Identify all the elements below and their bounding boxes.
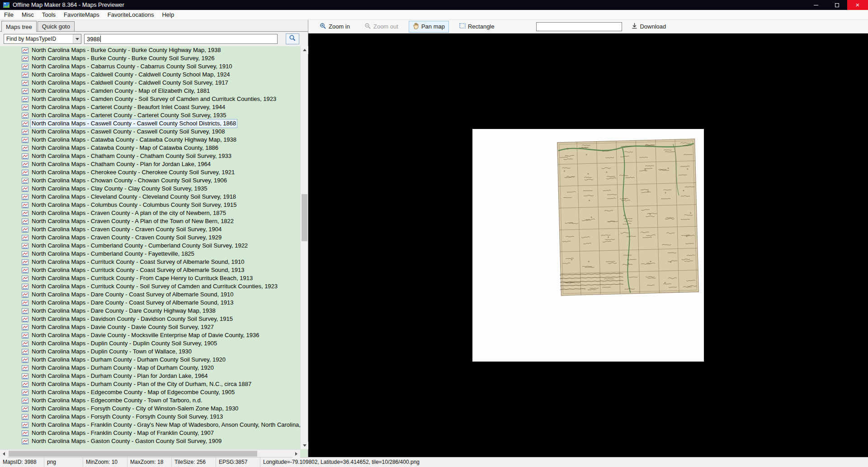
map-item-icon [22, 121, 28, 127]
zoom-in-button[interactable]: Zoom in [316, 21, 354, 33]
tree-item-label: North Carolina Maps - Duplin County - Du… [31, 339, 218, 348]
scroll-right-icon[interactable] [292, 450, 300, 457]
tree-item[interactable]: North Carolina Maps - Carteret County - … [0, 103, 300, 111]
tree-item[interactable]: North Carolina Maps - Duplin County - To… [0, 348, 300, 356]
find-by-combo[interactable]: Find by MapsTypeID [4, 34, 81, 44]
tree-item[interactable]: North Carolina Maps - Durham County - Pl… [0, 380, 300, 388]
tree-item[interactable]: North Carolina Maps - Craven County - A … [0, 209, 300, 217]
scroll-left-icon[interactable] [0, 450, 8, 457]
zoom-out-button[interactable]: Zoom out [360, 21, 402, 33]
tab-quick-goto[interactable]: Quick goto [38, 21, 75, 31]
tree-item[interactable]: North Carolina Maps - Caldwell County - … [0, 79, 300, 87]
tree-item[interactable]: North Carolina Maps - Catawba County - M… [0, 144, 300, 152]
close-button[interactable]: × [847, 0, 868, 10]
map-item-icon [22, 219, 28, 224]
menu-tools[interactable]: Tools [38, 10, 60, 19]
right-panel: Zoom in Zoom out Pan map [308, 20, 868, 457]
tree-item[interactable]: North Carolina Maps - Chatham County - C… [0, 152, 300, 160]
vertical-scroll-thumb[interactable] [302, 194, 307, 241]
map-item-icon [22, 153, 28, 159]
vertical-scrollbar[interactable] [300, 46, 308, 449]
tree-item[interactable]: North Carolina Maps - Davie County - Dav… [0, 323, 300, 331]
tree-item[interactable]: North Carolina Maps - Currituck County -… [0, 282, 300, 291]
tree-item[interactable]: North Carolina Maps - Currituck County -… [0, 274, 300, 282]
map-item-icon [22, 341, 28, 347]
tree-item[interactable]: North Carolina Maps - Franklin County - … [0, 429, 300, 437]
scroll-down-icon[interactable] [301, 442, 308, 449]
tree-item[interactable]: North Carolina Maps - Dare County - Coas… [0, 299, 300, 307]
tree-item-label: North Carolina Maps - Columbus County - … [31, 201, 238, 209]
search-icon [289, 34, 296, 43]
map-item-icon [22, 406, 28, 412]
tree-item[interactable]: North Carolina Maps - Carteret County - … [0, 111, 300, 119]
tree-item[interactable]: North Carolina Maps - Caswell County - C… [0, 119, 300, 128]
tree-item[interactable]: North Carolina Maps - Camden County - Ma… [0, 87, 300, 95]
download-button[interactable]: Download [627, 21, 670, 32]
tree-item[interactable]: North Carolina Maps - Dare County - Coas… [0, 291, 300, 299]
scroll-up-icon[interactable] [301, 46, 308, 54]
map-item-icon [22, 324, 28, 330]
tree-item-label: North Carolina Maps - Edgecombe County -… [31, 388, 236, 396]
tree-item[interactable]: North Carolina Maps - Cleveland County -… [0, 193, 300, 201]
tree-item[interactable]: North Carolina Maps - Durham County - Du… [0, 356, 300, 364]
map-item-icon [22, 251, 28, 257]
menu-file[interactable]: File [0, 10, 18, 19]
search-row: Find by MapsTypeID 3988 [0, 32, 308, 46]
chevron-down-icon[interactable] [73, 34, 81, 43]
menu-favoritemaps[interactable]: FavoriteMaps [60, 10, 104, 19]
toolbar-text-input[interactable] [536, 22, 622, 31]
tree-item[interactable]: North Carolina Maps - Dare County - Dare… [0, 307, 300, 315]
tree-item-label: North Carolina Maps - Chatham County - P… [31, 160, 212, 168]
tree-item[interactable]: North Carolina Maps - Cumberland County … [0, 242, 300, 250]
search-input[interactable]: 3988 [84, 34, 278, 44]
tree-item[interactable]: North Carolina Maps - Cabarrus County - … [0, 62, 300, 71]
tree-item[interactable]: North Carolina Maps - Catawba County - C… [0, 136, 300, 144]
menu-help[interactable]: Help [158, 10, 178, 19]
rectangle-button[interactable]: Rectangle [455, 21, 499, 32]
tree-item[interactable]: North Carolina Maps - Forsyth County - F… [0, 413, 300, 421]
map-item-icon [22, 202, 28, 208]
tree-item[interactable]: North Carolina Maps - Durham County - Pl… [0, 372, 300, 380]
horizontal-scrollbar[interactable] [0, 449, 300, 457]
tree-item[interactable]: North Carolina Maps - Cumberland County … [0, 250, 300, 258]
tree-item[interactable]: North Carolina Maps - Cherokee County - … [0, 168, 300, 176]
tree-item[interactable]: North Carolina Maps - Davie County - Moc… [0, 331, 300, 339]
map-item-icon [22, 72, 28, 78]
tree-item[interactable]: North Carolina Maps - Duplin County - Du… [0, 339, 300, 348]
minimize-button[interactable] [806, 0, 826, 10]
maximize-button[interactable] [826, 0, 847, 10]
tree-item[interactable]: North Carolina Maps - Burke County - Bur… [0, 46, 300, 54]
tab-maps-tree[interactable]: Maps tree [1, 21, 37, 32]
tree-item[interactable]: North Carolina Maps - Craven County - Cr… [0, 234, 300, 242]
tree-item[interactable]: North Carolina Maps - Franklin County - … [0, 421, 300, 429]
tree-item[interactable]: North Carolina Maps - Currituck County -… [0, 258, 300, 266]
map-item-icon [22, 96, 28, 102]
search-button[interactable] [286, 33, 299, 44]
pan-map-button[interactable]: Pan map [409, 21, 449, 33]
tree-item[interactable]: North Carolina Maps - Clay County - Clay… [0, 185, 300, 193]
tree-item-label: North Carolina Maps - Cabarrus County - … [31, 62, 233, 71]
tree-item[interactable]: North Carolina Maps - Caldwell County - … [0, 71, 300, 79]
tree-item-label: North Carolina Maps - Durham County - Pl… [31, 380, 252, 388]
menu-favoritelocations[interactable]: FavoriteLocations [104, 10, 158, 19]
tree-item[interactable]: North Carolina Maps - Craven County - Cr… [0, 225, 300, 234]
tree-item[interactable]: North Carolina Maps - Craven County - A … [0, 217, 300, 225]
tree-item[interactable]: North Carolina Maps - Davidson County - … [0, 315, 300, 323]
tree-item[interactable]: North Carolina Maps - Durham County - Ma… [0, 364, 300, 372]
horizontal-scroll-thumb[interactable] [9, 451, 257, 457]
tree-item[interactable]: North Carolina Maps - Chowan County - Ch… [0, 176, 300, 185]
tree-item[interactable]: North Carolina Maps - Caswell County - C… [0, 128, 300, 136]
tree-item[interactable]: North Carolina Maps - Forsyth County - C… [0, 405, 300, 413]
tree-item[interactable]: North Carolina Maps - Camden County - So… [0, 95, 300, 103]
tree-item-label: North Carolina Maps - Durham County - Ma… [31, 364, 215, 372]
tree-item[interactable]: North Carolina Maps - Columbus County - … [0, 201, 300, 209]
menu-misc[interactable]: Misc [18, 10, 38, 19]
map-canvas[interactable] [308, 33, 868, 457]
tree-item[interactable]: North Carolina Maps - Chatham County - P… [0, 160, 300, 168]
tree-item[interactable]: North Carolina Maps - Edgecombe County -… [0, 396, 300, 405]
tree-item[interactable]: North Carolina Maps - Gaston County - Ga… [0, 437, 300, 445]
tree-item[interactable]: North Carolina Maps - Burke County - Bur… [0, 54, 300, 62]
tree-item-label: North Carolina Maps - Caswell County - C… [31, 128, 226, 136]
tree-item[interactable]: North Carolina Maps - Currituck County -… [0, 266, 300, 274]
tree-item[interactable]: North Carolina Maps - Edgecombe County -… [0, 388, 300, 396]
